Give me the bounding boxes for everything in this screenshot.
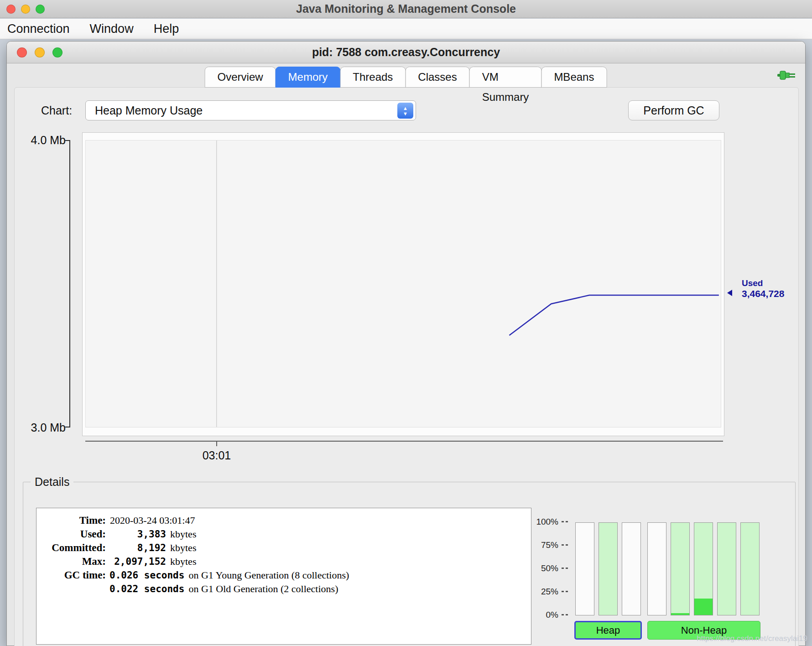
- pool-bars: [575, 522, 760, 615]
- heap-button[interactable]: Heap: [574, 621, 642, 640]
- tab-threads[interactable]: Threads: [340, 67, 406, 88]
- pool-bar: [647, 522, 666, 615]
- content-panel: Chart: Heap Memory Usage ▲▼ Perform GC 4…: [14, 87, 799, 646]
- percent-tick: [562, 568, 569, 569]
- minimize-button[interactable]: [21, 5, 30, 14]
- memory-line-chart: [86, 141, 721, 427]
- y-axis-label-bottom: 3.0 Mb: [20, 421, 66, 434]
- percent-label: 50%: [515, 563, 569, 573]
- tab-classes[interactable]: Classes: [405, 67, 469, 88]
- x-axis-tick: [216, 442, 217, 446]
- percent-label: 0%: [515, 610, 569, 620]
- detail-value-text: kbytes: [170, 555, 196, 568]
- y-axis-tick: [65, 140, 69, 141]
- pool-bar-used-fill: [671, 613, 689, 615]
- used-label-value: 3,464,728: [742, 288, 784, 299]
- y-axis-label-top: 4.0 Mb: [20, 134, 66, 147]
- detail-value-number: 3,383: [109, 527, 166, 541]
- percent-tick: [562, 591, 569, 592]
- pool-bar: [599, 522, 618, 615]
- percent-label: 100%: [515, 517, 569, 527]
- pool-bar-committed-fill: [599, 523, 617, 615]
- app-titlebar: Java Monitoring & Management Console: [0, 0, 812, 18]
- screen: Java Monitoring & Management Console Con…: [0, 0, 812, 646]
- detail-value-text: kbytes: [170, 527, 196, 541]
- chart-frame: [82, 132, 724, 436]
- detail-value-mono: 0.026 seconds: [109, 568, 184, 582]
- perform-gc-button[interactable]: Perform GC: [628, 100, 719, 120]
- pool-bar-committed-fill: [741, 523, 759, 615]
- detail-label: Committed:: [36, 541, 106, 555]
- detail-row: GC time:0.026 secondson G1 Young Generat…: [36, 568, 531, 582]
- detail-row: Max:2,097,152kbytes: [36, 555, 531, 568]
- detail-value-mono: 0.022 seconds: [109, 582, 184, 596]
- detail-value-number: 2,097,152: [109, 555, 166, 568]
- detail-value-text: on G1 Old Generation (2 collections): [188, 582, 338, 596]
- used-label: Used 3,464,728: [742, 278, 784, 299]
- detail-value-number: 8,192: [109, 541, 166, 555]
- tab-overview[interactable]: Overview: [205, 67, 276, 88]
- percent-tick: [562, 544, 569, 546]
- detail-label: Time:: [36, 514, 106, 527]
- window-titlebar: pid: 7588 com.creasy.Concurrency: [7, 42, 805, 63]
- detail-label: GC time:: [36, 568, 106, 582]
- pool-bar-committed-fill: [671, 523, 689, 615]
- close-button[interactable]: [6, 5, 16, 14]
- perform-gc-label: Perform GC: [643, 104, 704, 117]
- menu-item-help[interactable]: Help: [154, 22, 179, 36]
- x-axis: [85, 441, 723, 442]
- app-title: Java Monitoring & Management Console: [0, 2, 812, 16]
- detail-row: Committed:8,192kbytes: [36, 541, 531, 555]
- zoom-button[interactable]: [36, 5, 45, 14]
- select-stepper-icon: ▲▼: [397, 103, 413, 119]
- detail-label: Used:: [36, 527, 106, 541]
- series-used: [509, 295, 718, 335]
- window-controls: [7, 47, 62, 57]
- close-button[interactable]: [17, 47, 27, 57]
- bar-group-heap: [575, 522, 641, 615]
- pool-bar: [575, 522, 594, 615]
- detail-value-text: 2020-03-24 03:01:47: [110, 514, 195, 527]
- minimize-button[interactable]: [35, 47, 45, 57]
- detail-row: Time:2020-03-24 03:01:47: [36, 514, 531, 527]
- zoom-button[interactable]: [52, 47, 62, 57]
- x-axis-tick-label: 03:01: [192, 449, 242, 462]
- connection-status-icon[interactable]: [777, 69, 796, 82]
- console-window: pid: 7588 com.creasy.Concurrency Overvie…: [6, 41, 806, 646]
- pool-bar: [694, 522, 713, 615]
- used-pointer-icon: [727, 290, 732, 296]
- tab-memory[interactable]: Memory: [276, 67, 341, 88]
- tab-vm-summary[interactable]: VM Summary: [469, 67, 542, 88]
- pool-bar: [717, 522, 736, 615]
- tab-mbeans[interactable]: MBeans: [541, 67, 607, 88]
- menu-item-connection[interactable]: Connection: [7, 22, 70, 36]
- watermark: https://blog.csdn.net/creasylai19: [697, 634, 807, 643]
- detail-label: Max:: [36, 555, 106, 568]
- percent-tick: [562, 521, 569, 522]
- chart-select[interactable]: Heap Memory Usage ▲▼: [85, 100, 416, 120]
- percent-label: 75%: [515, 540, 569, 550]
- detail-value-text: kbytes: [170, 541, 196, 555]
- y-axis: [69, 140, 70, 427]
- pool-bar-used-fill: [694, 599, 713, 615]
- bar-group-non-heap: [647, 522, 760, 615]
- detail-value-text: on G1 Young Generation (8 collections): [188, 568, 349, 582]
- y-axis-tick: [65, 427, 69, 427]
- chart-label: Chart:: [41, 104, 72, 117]
- details-group: Details Time:2020-03-24 03:01:47Used:3,3…: [23, 475, 796, 646]
- details-legend: Details: [31, 475, 73, 489]
- menubar: Connection Window Help: [0, 19, 812, 39]
- pool-bar: [740, 522, 760, 615]
- used-label-title: Used: [742, 278, 784, 288]
- menu-item-window[interactable]: Window: [90, 22, 134, 36]
- detail-row: Used:3,383kbytes: [36, 527, 531, 541]
- chart-select-value: Heap Memory Usage: [95, 104, 203, 117]
- pool-bar: [671, 522, 690, 615]
- pool-bar: [622, 522, 641, 615]
- tab-bar: OverviewMemoryThreadsClassesVM SummaryMB…: [205, 67, 607, 88]
- window-controls: [0, 5, 45, 14]
- percent-label: 25%: [515, 587, 569, 597]
- details-panel: Time:2020-03-24 03:01:47Used:3,383kbytes…: [36, 508, 531, 645]
- percent-tick: [562, 614, 569, 615]
- chart-plot: [85, 140, 721, 427]
